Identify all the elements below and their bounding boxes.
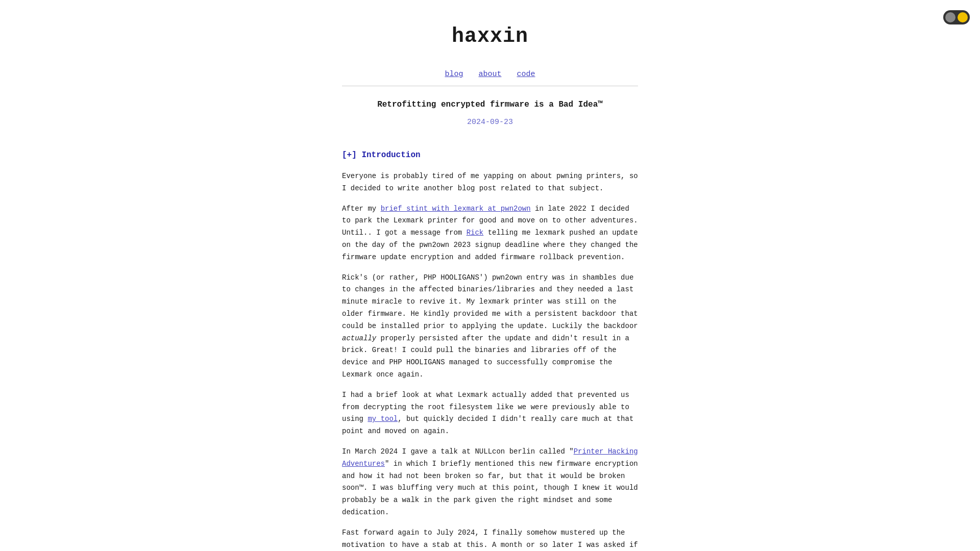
link-brief-stint[interactable]: brief stint with lexmark at pwn2own [381, 205, 531, 213]
post-date: 2024-09-23 [342, 116, 638, 129]
toggle-dark-icon [945, 12, 955, 22]
nav-divider [342, 86, 638, 86]
nav-code[interactable]: code [517, 68, 535, 81]
link-my-tool[interactable]: my tool [368, 415, 398, 423]
site-title: haxxin [342, 20, 638, 53]
nav-about[interactable]: about [478, 68, 501, 81]
link-printer-hacking-adventures[interactable]: Printer Hacking Adventures [342, 447, 638, 468]
paragraph-3: Rick's (or rather, PHP HOOLIGANS') pwn2o… [342, 272, 638, 381]
theme-toggle-button[interactable] [943, 10, 970, 24]
nav-blog[interactable]: blog [445, 68, 463, 81]
paragraph-2: After my brief stint with lexmark at pwn… [342, 203, 638, 264]
section-heading-introduction: [+] Introduction [342, 149, 638, 162]
main-nav: blog about code [342, 68, 638, 81]
toggle-light-icon [958, 12, 968, 22]
page-wrapper: haxxin blog about code Retrofitting encr… [332, 0, 648, 551]
paragraph-6: Fast forward again to July 2024, I final… [342, 527, 638, 551]
paragraph-1: Everyone is probably tired of me yapping… [342, 170, 638, 195]
paragraph-5: In March 2024 I gave a talk at NULLcon b… [342, 446, 638, 519]
post-title: Retrofitting encrypted firmware is a Bad… [342, 99, 638, 110]
link-rick[interactable]: Rick [467, 229, 484, 237]
paragraph-4: I had a brief look at what Lexmark actua… [342, 389, 638, 438]
